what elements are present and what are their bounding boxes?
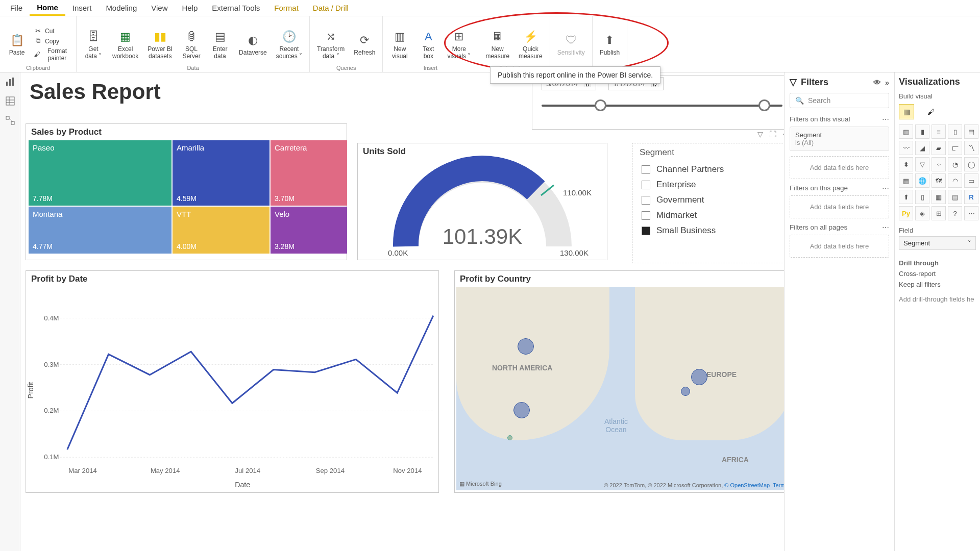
- slider-thumb-to[interactable]: [758, 99, 770, 111]
- viz-stacked-area-icon[interactable]: ▰: [932, 141, 946, 155]
- viz-table-icon[interactable]: ▦: [932, 190, 946, 204]
- map-bubble-canada[interactable]: [518, 338, 534, 355]
- terms-link[interactable]: Terms: [773, 482, 784, 488]
- tab-file[interactable]: File: [3, 1, 30, 15]
- viz-map-icon[interactable]: 🌐: [915, 173, 929, 188]
- viz-100bar-icon[interactable]: ▤: [964, 124, 978, 139]
- segment-slicer-visual[interactable]: ▽ ⛶ ⋯ Segment Channel Partners Enterpris…: [632, 143, 784, 263]
- sensitivity-button[interactable]: 🛡Sensitivity: [555, 18, 587, 70]
- build-visual-tab[interactable]: ▥: [899, 104, 914, 119]
- viz-waterfall-icon[interactable]: ⬍: [899, 157, 913, 171]
- data-view-icon[interactable]: [5, 96, 15, 106]
- viz-scatter-icon[interactable]: ⁘: [932, 157, 946, 171]
- viz-donut-icon[interactable]: ◯: [964, 157, 978, 171]
- viz-line-icon[interactable]: 〰: [899, 141, 913, 155]
- treemap-cell-montana[interactable]: Montana4.77M: [29, 207, 172, 254]
- more-icon[interactable]: ⋯: [882, 184, 889, 192]
- line-chart-visual[interactable]: Profit by Date Profit 0.4M 0.3M 0.2M 0.1…: [26, 270, 439, 493]
- new-measure-button[interactable]: 🖩New measure: [483, 18, 511, 70]
- tab-help[interactable]: Help: [175, 1, 205, 15]
- report-canvas[interactable]: Sales Report 3/02/2014📅 1/12/2014📅 Sales…: [20, 72, 784, 551]
- viz-stacked-bar-icon[interactable]: ▥: [899, 124, 913, 139]
- transform-data-button[interactable]: ⤭Transform data ˅: [315, 18, 347, 70]
- copy-button[interactable]: ⧉Copy: [34, 36, 71, 46]
- viz-stacked-column-icon[interactable]: ▮: [915, 124, 929, 139]
- format-visual-tab[interactable]: 🖌: [923, 104, 939, 119]
- viz-ribbon-icon[interactable]: 〽: [964, 141, 978, 155]
- viz-treemap-icon[interactable]: ▦: [899, 173, 913, 188]
- tab-modeling[interactable]: Modeling: [99, 1, 144, 15]
- refresh-button[interactable]: ⟳Refresh: [352, 18, 377, 70]
- cut-button[interactable]: ✂Cut: [34, 26, 71, 36]
- dataverse-button[interactable]: ◐Dataverse: [237, 18, 269, 70]
- tab-data-drill[interactable]: Data / Drill: [306, 1, 356, 15]
- get-data-button[interactable]: 🗄Get data ˅: [82, 18, 105, 70]
- drop-zone-visual[interactable]: Add data fields here: [790, 156, 889, 179]
- map-visual[interactable]: Profit by Country NORTH AMERICA EUROPE A…: [454, 270, 784, 493]
- treemap-cell-vtt[interactable]: VTT4.00M: [173, 207, 270, 254]
- excel-button[interactable]: ▦Excel workbook: [110, 18, 140, 70]
- paste-button[interactable]: 📋 Paste: [5, 18, 29, 70]
- filter-icon[interactable]: ▽: [757, 130, 763, 138]
- tab-home[interactable]: Home: [30, 1, 65, 16]
- viz-decomp-icon[interactable]: ⊞: [932, 206, 946, 220]
- treemap-cell-velo[interactable]: Velo3.28M: [271, 207, 347, 254]
- viz-pie-icon[interactable]: ◔: [948, 157, 962, 171]
- segment-item-midmarket[interactable]: Midmarket: [632, 208, 784, 223]
- treemap-cell-paseo[interactable]: Paseo7.78M: [29, 140, 172, 206]
- viz-area-icon[interactable]: ◢: [915, 141, 929, 155]
- gauge-visual[interactable]: Units Sold 101.39K 0.00K 110.00K 130.00K: [357, 143, 607, 260]
- segment-item-government[interactable]: Government: [632, 192, 784, 208]
- recent-sources-button[interactable]: 🕑Recent sources ˅: [274, 18, 304, 70]
- more-options-icon[interactable]: ⋯: [782, 130, 784, 138]
- viz-line-column-icon[interactable]: ⫍: [948, 141, 962, 155]
- viz-clustered-bar-icon[interactable]: ≡: [932, 124, 946, 139]
- drop-zone-page[interactable]: Add data fields here: [790, 195, 889, 218]
- focus-icon[interactable]: ⛶: [769, 130, 776, 138]
- osm-link[interactable]: © OpenStreetMap: [724, 482, 770, 488]
- tab-format[interactable]: Format: [267, 1, 306, 15]
- map-bubble-mexico[interactable]: [507, 435, 512, 440]
- quick-measure-button[interactable]: ⚡Quick measure: [517, 18, 545, 70]
- filter-card-segment[interactable]: Segment is (All): [790, 127, 889, 151]
- pbi-datasets-button[interactable]: ▮▮Power BI datasets: [145, 18, 175, 70]
- field-segment[interactable]: Segment˅: [899, 236, 976, 250]
- text-box-button[interactable]: AText box: [416, 18, 440, 70]
- tab-insert[interactable]: Insert: [65, 1, 99, 15]
- treemap-visual[interactable]: Sales by Product Paseo7.78M Amarilla4.59…: [26, 123, 347, 260]
- viz-matrix-icon[interactable]: ▤: [948, 190, 962, 204]
- viz-python-icon[interactable]: Py: [899, 206, 913, 220]
- map-bubble-usa[interactable]: [513, 402, 530, 418]
- tab-external-tools[interactable]: External Tools: [205, 1, 267, 15]
- viz-gauge-icon[interactable]: ◠: [948, 173, 962, 188]
- filter-search-input[interactable]: 🔍Search: [790, 93, 889, 108]
- more-visuals-button[interactable]: ⊞More visuals ˅: [445, 18, 473, 70]
- enter-data-button[interactable]: ▤Enter data: [208, 18, 232, 70]
- segment-item-channel[interactable]: Channel Partners: [632, 162, 784, 177]
- map-bubble-france[interactable]: [681, 387, 690, 396]
- viz-key-influencers-icon[interactable]: ◈: [915, 206, 929, 220]
- drop-zone-all[interactable]: Add data fields here: [790, 235, 889, 258]
- segment-item-small-business[interactable]: Small Business: [632, 223, 784, 238]
- collapse-icon[interactable]: »: [885, 78, 889, 87]
- viz-filled-map-icon[interactable]: 🗺: [932, 173, 946, 188]
- viz-slicer-icon[interactable]: ▯: [915, 190, 929, 204]
- drill-drop-hint[interactable]: Add drill-through fields he: [899, 295, 976, 303]
- viz-qna-icon[interactable]: ?: [948, 206, 962, 220]
- slider-thumb-from[interactable]: [595, 99, 606, 111]
- more-icon[interactable]: ⋯: [882, 223, 889, 232]
- viz-funnel-icon[interactable]: ▽: [915, 157, 929, 171]
- viz-more-icon[interactable]: ⋯: [964, 206, 978, 220]
- more-icon[interactable]: ⋯: [882, 115, 889, 123]
- date-slider-track[interactable]: [542, 105, 782, 107]
- new-visual-button[interactable]: ▥New visual: [388, 18, 411, 70]
- treemap-cell-amarilla[interactable]: Amarilla4.59M: [173, 140, 270, 206]
- segment-item-enterprise[interactable]: Enterprise: [632, 177, 784, 192]
- publish-button[interactable]: ⬆Publish: [598, 18, 622, 70]
- viz-clustered-column-icon[interactable]: ▯: [948, 124, 962, 139]
- format-painter-button[interactable]: 🖌Format painter: [34, 46, 71, 62]
- treemap-cell-carretera[interactable]: Carretera3.70M: [271, 140, 347, 206]
- viz-kpi-icon[interactable]: ⬆: [899, 190, 913, 204]
- model-view-icon[interactable]: [5, 115, 15, 126]
- tab-view[interactable]: View: [144, 1, 175, 15]
